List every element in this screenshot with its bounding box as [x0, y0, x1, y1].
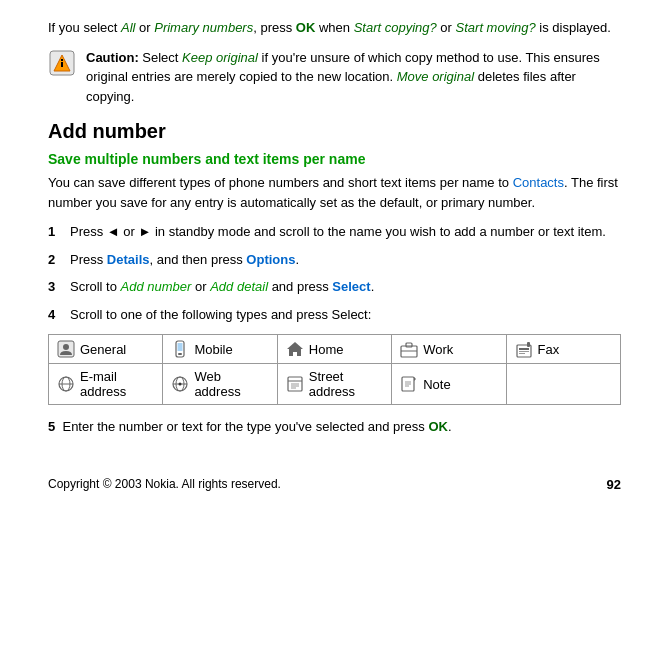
caution-box: Caution: Select Keep original if you're … [48, 48, 621, 107]
table-row-2: E-mail address Web address [49, 364, 621, 405]
svg-marker-9 [287, 342, 303, 356]
table-cell-fax: Fax [506, 335, 620, 364]
mobile-label: Mobile [194, 342, 232, 357]
table-row-1: General Mobile Home [49, 335, 621, 364]
street-label: Street address [309, 369, 383, 399]
type-table: General Mobile Home [48, 334, 621, 405]
step5-ok-label: OK [428, 419, 448, 434]
table-cell-home: Home [277, 335, 391, 364]
options-link: Options [246, 252, 295, 267]
footer-copyright: Copyright © 2003 Nokia. All rights reser… [48, 477, 281, 491]
table-cell-empty [506, 364, 620, 405]
work-label: Work [423, 342, 453, 357]
select-link: Select [332, 279, 370, 294]
email-label: E-mail address [80, 369, 154, 399]
email-icon [57, 375, 75, 393]
step-2: 2 Press Details, and then press Options. [48, 250, 621, 270]
step-4-text: Scroll to one of the following types and… [70, 305, 371, 325]
home-label: Home [309, 342, 344, 357]
table-cell-web: Web address [163, 364, 277, 405]
primary-numbers-link: Primary numbers [154, 20, 253, 35]
note-label: Note [423, 377, 450, 392]
svg-point-24 [179, 383, 182, 386]
step-3: 3 Scroll to Add number or Add detail and… [48, 277, 621, 297]
table-cell-note: Note [392, 364, 506, 405]
move-original-link: Move original [397, 69, 474, 84]
step-3-text: Scroll to Add number or Add detail and p… [70, 277, 374, 297]
svg-rect-14 [519, 348, 529, 350]
caution-label: Caution: [86, 50, 139, 65]
body-text: You can save different types of phone nu… [48, 173, 621, 212]
svg-rect-3 [61, 59, 63, 61]
web-icon [171, 375, 189, 393]
step-1-text: Press ◄ or ► in standby mode and scroll … [70, 222, 606, 242]
web-label: Web address [194, 369, 268, 399]
start-moving-link: Start moving? [456, 20, 536, 35]
home-icon [286, 340, 304, 358]
keep-original-link: Keep original [182, 50, 258, 65]
caution-text: Caution: Select Keep original if you're … [86, 48, 621, 107]
section-title: Add number [48, 120, 621, 143]
details-link: Details [107, 252, 150, 267]
add-number-link: Add number [121, 279, 192, 294]
step-4: 4 Scroll to one of the following types a… [48, 305, 621, 325]
intro-paragraph: If you select All or Primary numbers, pr… [48, 18, 621, 38]
caution-icon [48, 49, 76, 77]
table-cell-email: E-mail address [49, 364, 163, 405]
footer-page-number: 92 [607, 477, 621, 492]
table-cell-street: Street address [277, 364, 391, 405]
table-cell-mobile: Mobile [163, 335, 277, 364]
svg-rect-2 [61, 62, 63, 67]
start-copying-link: Start copying? [354, 20, 437, 35]
svg-rect-15 [519, 351, 529, 352]
step-1-num: 1 [48, 222, 70, 242]
fax-icon [515, 340, 533, 358]
ok-label: OK [296, 20, 316, 35]
footer: Copyright © 2003 Nokia. All rights reser… [48, 477, 621, 492]
note-icon [400, 375, 418, 393]
general-icon [57, 340, 75, 358]
svg-rect-8 [178, 343, 183, 351]
step-2-num: 2 [48, 250, 70, 270]
general-label: General [80, 342, 126, 357]
step-1: 1 Press ◄ or ► in standby mode and scrol… [48, 222, 621, 242]
step-4-num: 4 [48, 305, 70, 325]
street-icon [286, 375, 304, 393]
contacts-link: Contacts [513, 175, 564, 190]
add-detail-link: Add detail [210, 279, 268, 294]
step-2-text: Press Details, and then press Options. [70, 250, 299, 270]
svg-rect-17 [527, 342, 530, 347]
table-cell-work: Work [392, 335, 506, 364]
table-cell-general: General [49, 335, 163, 364]
step-5: 5 Enter the number or text for the type … [48, 417, 621, 437]
svg-rect-7 [178, 353, 182, 355]
step-5-num: 5 [48, 419, 55, 434]
sub-title: Save multiple numbers and text items per… [48, 151, 621, 167]
steps-list: 1 Press ◄ or ► in standby mode and scrol… [48, 222, 621, 324]
svg-point-5 [63, 344, 69, 350]
svg-rect-16 [519, 353, 525, 354]
all-link: All [121, 20, 135, 35]
mobile-icon [171, 340, 189, 358]
work-icon [400, 340, 418, 358]
step-3-num: 3 [48, 277, 70, 297]
fax-label: Fax [538, 342, 560, 357]
